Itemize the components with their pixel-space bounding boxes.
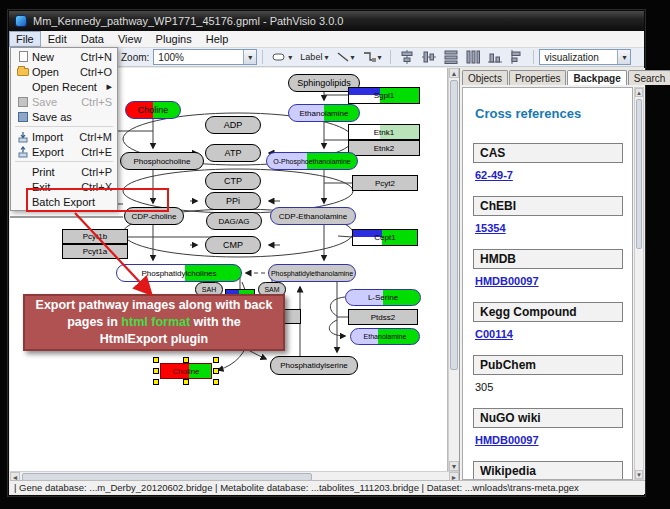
file-menu-item-exit[interactable]: Exit Ctrl+X: [12, 179, 116, 194]
menu-plugins[interactable]: Plugins: [149, 31, 199, 47]
scroll-up-icon[interactable]: ▲: [449, 68, 459, 78]
selection-handle[interactable]: [153, 357, 159, 363]
canvas-vertical-scrollbar[interactable]: ▲ ▼: [448, 68, 459, 471]
selection-handle[interactable]: [213, 379, 219, 385]
align-center-x-button[interactable]: [396, 49, 418, 66]
side-panel-tabs: Objects Properties Backpage Search Legen…: [460, 68, 645, 85]
xref-link-kegg[interactable]: C00114: [475, 328, 513, 340]
node-choline-selected[interactable]: Choline: [160, 363, 212, 379]
panel-scrollbar[interactable]: ▲ ▼: [634, 87, 644, 480]
gene-box-pcyt1b[interactable]: Pcyt1b: [62, 229, 128, 244]
tab-objects[interactable]: Objects: [462, 70, 508, 85]
node-o-phosphoethanolamine[interactable]: O-Phosphoethanolamine: [266, 152, 358, 170]
menu-view[interactable]: View: [111, 31, 149, 47]
xref-section-title-pubchem: PubChem: [473, 355, 623, 375]
selection-handle[interactable]: [153, 379, 159, 385]
node-cdp-ethanolamine[interactable]: CDP-Ethanolamine: [270, 207, 356, 225]
selection-handle[interactable]: [213, 357, 219, 363]
connector-tool-button[interactable]: ▾: [358, 49, 385, 66]
panel-scroll-up-icon[interactable]: ▲: [635, 88, 643, 97]
node-phosphatidylethanolamine[interactable]: Phosphatidylethanolamine: [268, 264, 356, 282]
datanode-tool-button[interactable]: ▾: [268, 49, 296, 66]
gene-box-sgpl1[interactable]: Sgpl1: [348, 87, 420, 104]
selection-handle[interactable]: [183, 357, 189, 363]
node-choline-selected-label[interactable]: Choline: [160, 363, 212, 379]
menu-separator: [15, 126, 113, 127]
node-dag[interactable]: DAG/AG: [206, 212, 262, 230]
xref-link-cas[interactable]: 62-49-7: [475, 169, 513, 181]
xref-value-pubchem: 305: [475, 381, 493, 393]
submenu-arrow-icon: ▸: [106, 80, 112, 93]
xref-link-nugo[interactable]: HMDB00097: [475, 434, 539, 446]
node-phosphatidylserine[interactable]: Phosphatidylserine: [270, 356, 358, 375]
gene-box-etnk1[interactable]: Etnk1: [348, 124, 420, 140]
node-phosphocholine[interactable]: Phosphocholine: [120, 152, 204, 170]
file-menu-item-export[interactable]: Export Ctrl+E: [12, 144, 116, 159]
tab-properties[interactable]: Properties: [509, 70, 567, 85]
import-icon: [14, 131, 32, 143]
file-menu-item-save[interactable]: Save Ctrl+S: [12, 94, 116, 109]
xref-link-chebi[interactable]: 15354: [475, 222, 506, 234]
node-ethanolamine-bottom[interactable]: Ethanolamine: [350, 328, 420, 345]
file-menu-item-batch-export[interactable]: Batch Export: [12, 194, 116, 209]
window-title: Mm_Kennedy_pathway_WP1771_45176.gpml - P…: [33, 15, 343, 27]
menu-separator: [15, 161, 113, 162]
gene-box-ptdss2[interactable]: Ptdss2: [348, 309, 418, 325]
file-menu-item-new[interactable]: New Ctrl+N: [12, 49, 116, 64]
node-ctp[interactable]: CTP: [205, 172, 261, 190]
visualization-combo[interactable]: visualization ▾: [539, 49, 631, 65]
node-ppi[interactable]: PPi: [205, 192, 261, 210]
title-bar[interactable]: Mm_Kennedy_pathway_WP1771_45176.gpml - P…: [9, 11, 644, 31]
file-menu-item-print[interactable]: Print Ctrl+P: [12, 164, 116, 179]
toolbar-separator: [262, 50, 263, 64]
node-cdp-choline[interactable]: CDP-choline: [124, 207, 184, 225]
datanode-dropdown-icon[interactable]: ▾: [288, 53, 292, 62]
menu-help[interactable]: Help: [199, 31, 236, 47]
node-ethanolamine-top[interactable]: Ethanolamine: [288, 104, 360, 122]
visualization-combo-arrow-icon[interactable]: ▾: [617, 50, 630, 64]
file-menu-item-save-as[interactable]: Save as: [12, 109, 116, 124]
panel-scroll-thumb[interactable]: [636, 99, 642, 249]
label-tool-button[interactable]: Label ▾: [296, 49, 332, 66]
file-menu-item-open-recent[interactable]: Open Recent ▸: [12, 79, 116, 94]
align-center-y-button[interactable]: [418, 49, 440, 66]
menu-edit[interactable]: Edit: [41, 31, 74, 47]
node-phosphatidylcholines[interactable]: Phosphatidylcholines: [116, 264, 242, 282]
gene-box-pcyt2[interactable]: Pcyt2: [352, 175, 418, 191]
node-choline-top[interactable]: Choline: [125, 101, 181, 119]
label-dropdown-icon[interactable]: ▾: [324, 53, 328, 62]
line-tool-button[interactable]: ▾: [332, 49, 358, 66]
align-bottom-button[interactable]: [484, 49, 506, 66]
node-adp[interactable]: ADP: [205, 116, 261, 134]
save-icon: [14, 97, 32, 107]
file-menu-item-open[interactable]: Open Ctrl+O: [12, 64, 116, 79]
distribute-horizontal-button[interactable]: [440, 49, 462, 66]
zoom-combo-arrow-icon[interactable]: ▾: [243, 50, 256, 64]
xref-link-hmdb[interactable]: HMDB00097: [475, 275, 539, 287]
menu-file[interactable]: File: [9, 31, 41, 47]
zoom-combo[interactable]: 100% ▾: [153, 49, 257, 65]
node-cmp[interactable]: CMP: [205, 236, 261, 254]
tab-backpage[interactable]: Backpage: [567, 70, 626, 85]
scroll-down-icon[interactable]: ▼: [449, 461, 459, 471]
menu-data[interactable]: Data: [74, 31, 111, 47]
new-file-icon: [14, 51, 32, 62]
selection-handle[interactable]: [183, 379, 189, 385]
selection-handle[interactable]: [153, 368, 159, 374]
connector-dropdown-icon[interactable]: ▾: [377, 53, 381, 62]
annotation-line3: HtmlExport plugin: [25, 331, 283, 348]
align-left-button[interactable]: [506, 49, 528, 66]
file-menu-item-import[interactable]: Import Ctrl+M: [12, 129, 116, 144]
distribute-vertical-button[interactable]: [462, 49, 484, 66]
selection-handle[interactable]: [213, 368, 219, 374]
gene-box-pcyt1a[interactable]: Pcyt1a: [62, 244, 128, 259]
annotation-callout: Export pathway images along with back pa…: [23, 294, 285, 351]
vertical-scroll-thumb[interactable]: [450, 80, 458, 370]
gene-box-cept1[interactable]: Cept1: [352, 229, 418, 246]
tab-search[interactable]: Search: [628, 70, 670, 85]
gene-box-etnk2[interactable]: Etnk2: [348, 140, 420, 156]
node-l-serine[interactable]: L-Serine: [345, 289, 421, 306]
panel-scroll-down-icon[interactable]: ▼: [635, 470, 643, 479]
line-dropdown-icon[interactable]: ▾: [350, 53, 354, 62]
node-atp[interactable]: ATP: [205, 144, 261, 162]
